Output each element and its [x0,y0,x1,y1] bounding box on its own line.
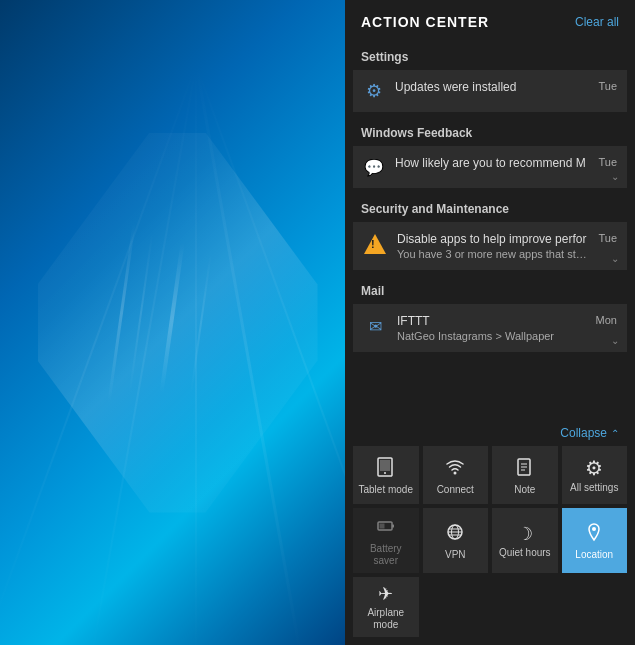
notif-content-feedback: How likely are you to recommend M [395,156,588,170]
battery-saver-label: Battery saver [357,543,415,567]
tablet-mode-button[interactable]: Tablet mode [353,446,419,504]
all-settings-icon: ⚙ [585,458,603,478]
action-center-panel: ACTION CENTER Clear all Settings ⚙ Updat… [345,0,635,645]
quick-actions-row-1: Tablet mode Connect [353,446,627,504]
chevron-feedback-icon: ⌄ [611,171,619,182]
collapse-button[interactable]: Collapse ⌃ [353,420,627,446]
svg-rect-2 [380,460,390,471]
notification-security[interactable]: Disable apps to help improve perfor You … [353,222,627,270]
section-label-settings: Settings [353,40,627,70]
mail-icon: ✉ [363,314,387,338]
notif-content-mail: IFTTT NatGeo Instagrams > Wallpaper [397,314,586,342]
notif-text-updates: Updates were installed [395,80,588,94]
svg-point-16 [592,527,596,531]
connect-label: Connect [437,484,474,496]
notif-subtext-security: You have 3 or more new apps that start a [397,248,588,260]
notif-text-feedback: How likely are you to recommend M [395,156,588,170]
location-button[interactable]: Location [562,508,628,573]
section-label-feedback: Windows Feedback [353,116,627,146]
notification-mail[interactable]: ✉ IFTTT NatGeo Instagrams > Wallpaper Mo… [353,304,627,352]
all-settings-button[interactable]: ⚙ All settings [562,446,628,504]
notif-time-mail: Mon [596,314,617,326]
notification-updates[interactable]: ⚙ Updates were installed Tue [353,70,627,112]
location-icon [584,522,604,545]
clear-all-button[interactable]: Clear all [575,15,619,29]
note-button[interactable]: Note [492,446,558,504]
svg-point-3 [454,471,457,474]
svg-point-1 [384,472,386,474]
notif-time-security: Tue [598,232,617,244]
tablet-mode-label: Tablet mode [359,484,413,496]
notif-content-security: Disable apps to help improve perfor You … [397,232,588,260]
quick-actions-area: Collapse ⌃ Tablet mode [345,420,635,645]
action-center-header: ACTION CENTER Clear all [345,0,635,40]
chevron-security-icon: ⌄ [611,253,619,264]
moon-icon: ☽ [517,525,533,543]
location-label: Location [575,549,613,561]
quick-actions-row-3: ✈ Airplane mode [353,577,627,637]
vpn-label: VPN [445,549,466,561]
feedback-icon: 💬 [363,156,385,178]
battery-saver-button[interactable]: Battery saver [353,508,419,573]
note-icon [515,457,535,480]
quiet-hours-button[interactable]: ☽ Quiet hours [492,508,558,573]
collapse-label: Collapse [560,426,607,440]
battery-icon [376,516,396,539]
notif-content-updates: Updates were installed [395,80,588,94]
svg-rect-9 [392,525,394,528]
section-label-mail: Mail [353,274,627,304]
notification-feedback[interactable]: 💬 How likely are you to recommend M Tue … [353,146,627,188]
notif-time-feedback: Tue [598,156,617,168]
note-label: Note [514,484,535,496]
airplane-icon: ✈ [378,585,393,603]
section-label-security: Security and Maintenance [353,192,627,222]
quick-actions-row-2: Battery saver VPN ☽ Quiet hours [353,508,627,573]
connect-button[interactable]: Connect [423,446,489,504]
action-center-title: ACTION CENTER [361,14,489,30]
airplane-mode-button[interactable]: ✈ Airplane mode [353,577,419,637]
notif-text-security: Disable apps to help improve perfor [397,232,588,246]
warning-icon [363,232,387,256]
settings-icon: ⚙ [363,80,385,102]
vpn-button[interactable]: VPN [423,508,489,573]
notifications-list: Settings ⚙ Updates were installed Tue Wi… [345,40,635,420]
notif-subtext-mail: NatGeo Instagrams > Wallpaper [397,330,586,342]
tablet-icon [376,457,396,480]
svg-rect-10 [379,524,384,529]
connect-icon [445,457,465,480]
chevron-mail-icon: ⌄ [611,335,619,346]
notif-time-updates: Tue [598,80,617,92]
desktop-background [0,0,355,645]
quiet-hours-label: Quiet hours [499,547,551,559]
notif-text-mail: IFTTT [397,314,586,328]
collapse-chevron-icon: ⌃ [611,428,619,439]
airplane-mode-label: Airplane mode [357,607,415,631]
all-settings-label: All settings [570,482,618,494]
vpn-icon [445,522,465,545]
